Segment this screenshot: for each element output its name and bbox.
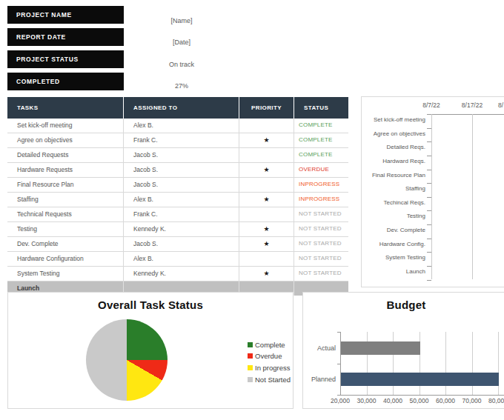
- legend-label: In progress: [255, 364, 291, 372]
- gantt-axis-tick: [427, 280, 431, 281]
- budget-chart-panel: Budget ActualPlanned20,00030,00040,00050…: [302, 292, 504, 409]
- gantt-axis-tick: [427, 170, 431, 170]
- gantt-date-label: 8/7/22: [413, 101, 450, 109]
- assigned-cell: Alex B.: [124, 119, 239, 133]
- priority-cell: ★: [239, 163, 294, 177]
- gantt-task-label: Hardware Config.: [362, 238, 425, 252]
- legend-label: Complete: [255, 341, 285, 349]
- gantt-axis-tick: [427, 239, 431, 239]
- legend-item: Overdue: [248, 353, 282, 360]
- gantt-task-labels: Set kick-off meetingAgree on objectivesD…: [362, 113, 425, 279]
- gantt-axis-tick: [427, 183, 431, 184]
- status-cell: INPROGRESS: [294, 178, 348, 192]
- gantt-date-label: 8/: [498, 101, 504, 109]
- assigned-cell: Frank C.: [124, 133, 239, 147]
- gantt-axis-tick: [427, 224, 431, 225]
- task-cell: Dev. Complete: [7, 237, 124, 251]
- pie-chart-panel: Overall Task Status CompleteOverdueIn pr…: [7, 292, 294, 409]
- summary-field-value: On track: [124, 61, 239, 70]
- legend-swatch: [248, 365, 253, 370]
- budget-y-axis-tick: [337, 332, 340, 333]
- gantt-gridline: [431, 114, 432, 279]
- pie-chart-title: Overall Task Status: [8, 299, 293, 311]
- status-cell: NOT STARTED: [294, 252, 348, 266]
- task-cell: Hardware Configuration: [7, 252, 124, 266]
- budget-x-tick-label: 80,000: [482, 397, 504, 404]
- priority-cell: [239, 119, 294, 133]
- task-cell: Final Resource Plan: [7, 178, 124, 192]
- task-cell: Testing: [7, 222, 124, 236]
- budget-x-axis: [340, 395, 504, 396]
- legend-swatch: [248, 377, 253, 382]
- status-cell: NOT STARTED: [294, 237, 348, 251]
- assigned-cell: Alex B.: [124, 193, 239, 207]
- gantt-task-label: Set kick-off meeting: [362, 113, 425, 127]
- priority-cell: ★: [239, 222, 294, 236]
- priority-cell: [239, 178, 294, 192]
- task-cell: System Testing: [7, 267, 124, 281]
- status-cell: NOT STARTED: [294, 222, 348, 236]
- priority-cell: ★: [239, 267, 294, 281]
- status-cell: COMPLETE: [294, 133, 348, 147]
- gantt-task-label: Agree on objectives: [362, 127, 425, 141]
- task-cell: Staffing: [7, 193, 124, 207]
- gantt-date-label: 8/17/22: [454, 101, 491, 109]
- legend-label: Overdue: [255, 352, 282, 360]
- task-cell: Technical Requests: [7, 207, 124, 221]
- gantt-task-label: Dev. Complete: [362, 224, 425, 238]
- legend-swatch: [248, 353, 253, 359]
- assigned-cell: Jacob S.: [124, 163, 239, 177]
- table-row: Agree on objectivesFrank C.★COMPLETE: [7, 133, 348, 148]
- priority-cell: ★: [239, 133, 294, 147]
- assigned-cell: Jacob S.: [124, 237, 239, 251]
- legend-item: Complete: [248, 341, 285, 348]
- table-row: StaffingAlex B.★INPROGRESS: [7, 193, 348, 207]
- budget-category-label: Planned: [303, 373, 336, 385]
- gantt-axis-tick: [427, 197, 431, 198]
- column-header-priority: PRIORITY: [239, 97, 294, 119]
- gantt-axis-tick: [427, 128, 431, 129]
- summary-field-label: REPORT DATE: [7, 28, 124, 46]
- budget-y-axis-tick: [337, 395, 340, 396]
- gantt-axis-tick: [427, 114, 431, 115]
- budget-y-axis-tick: [337, 364, 340, 364]
- assigned-cell: Kennedy K.: [124, 222, 239, 236]
- gantt-task-label: Testing: [362, 210, 425, 224]
- column-header-tasks: TASKS: [7, 97, 124, 119]
- legend-label: Not Started: [255, 376, 291, 384]
- legend-item: In progress: [248, 364, 291, 372]
- assigned-cell: Jacob S.: [124, 148, 239, 162]
- table-row: Hardware RequestsJacob S.★OVERDUE: [7, 163, 348, 178]
- priority-cell: [239, 148, 294, 162]
- status-cell: COMPLETE: [294, 148, 348, 162]
- priority-cell: ★: [239, 193, 294, 207]
- pie-chart: [86, 319, 168, 401]
- gantt-axis-tick: [427, 210, 431, 211]
- gantt-axis-tick: [427, 141, 431, 142]
- legend-swatch: [248, 342, 253, 347]
- status-cell: COMPLETE: [294, 119, 348, 133]
- task-cell: Hardware Requests: [7, 163, 124, 177]
- gantt-task-label: Launch: [362, 265, 425, 279]
- task-table-body: Set kick-off meetingAlex B.COMPLETEAgree…: [7, 119, 348, 281]
- table-row: Detailed RequestsJacob S.COMPLETE: [7, 148, 348, 163]
- summary-field-label: PROJECT NAME: [7, 6, 124, 24]
- gantt-task-label: Final Resource Plan: [362, 169, 425, 183]
- priority-cell: [239, 207, 294, 221]
- task-cell: Agree on objectives: [7, 133, 124, 147]
- budget-bar-planned: [341, 373, 499, 386]
- assigned-cell: Frank C.: [124, 207, 239, 221]
- gantt-axis-tick: [427, 156, 431, 156]
- table-row: Hardware ConfigurationAlex B.NOT STARTED: [7, 252, 348, 267]
- gantt-task-label: Techincal Reqs.: [362, 196, 425, 210]
- gantt-task-label: Hardward Reqs.: [362, 155, 425, 169]
- assigned-cell: Jacob S.: [124, 178, 239, 192]
- column-header-status: STATUS: [294, 97, 348, 119]
- gantt-task-label: Detailed Reqs.: [362, 141, 425, 155]
- legend-item: Not Started: [248, 376, 291, 384]
- task-table-header: TASKSASSIGNED TOPRIORITYSTATUS: [7, 97, 348, 119]
- gantt-gridline: [472, 114, 473, 279]
- status-cell: NOT STARTED: [294, 207, 348, 221]
- task-table: TASKSASSIGNED TOPRIORITYSTATUS Set kick-…: [7, 97, 348, 296]
- gantt-chart-panel: Set kick-off meetingAgree on objectivesD…: [361, 96, 504, 287]
